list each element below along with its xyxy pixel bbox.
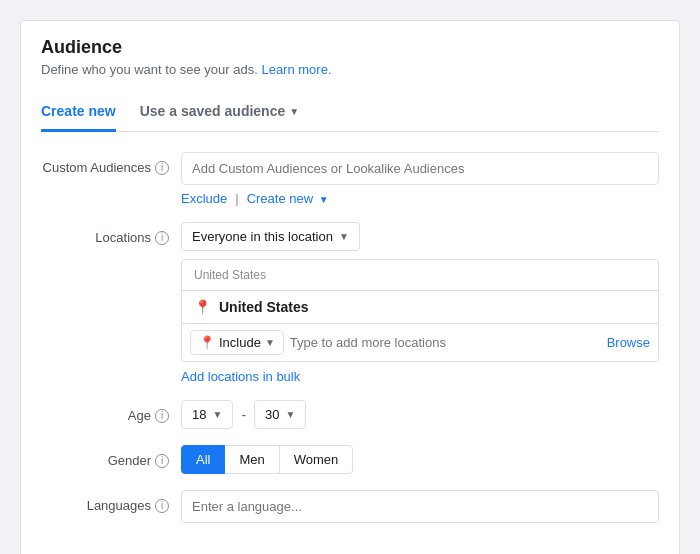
pin-small-icon: 📍 (199, 335, 215, 350)
divider: | (235, 191, 238, 206)
chevron-down-icon: ▼ (289, 106, 299, 117)
chevron-down-icon-small: ▼ (319, 194, 329, 205)
locations-row: Locations i Everyone in this location ▼ … (41, 222, 659, 384)
gender-buttons: All Men Women (181, 445, 659, 474)
include-chevron-icon: ▼ (265, 337, 275, 348)
location-header: United States (182, 260, 658, 291)
custom-audiences-row: Custom Audiences i Exclude | Create new … (41, 152, 659, 206)
location-dropdown-chevron: ▼ (339, 231, 349, 242)
locations-label: Locations i (41, 222, 181, 245)
add-bulk-link[interactable]: Add locations in bulk (181, 369, 300, 384)
locations-info-icon[interactable]: i (155, 231, 169, 245)
languages-input[interactable] (181, 490, 659, 523)
panel-header: Audience Define who you want to see your… (41, 37, 659, 77)
age-from-chevron: ▼ (212, 409, 222, 420)
browse-button[interactable]: Browse (607, 335, 650, 350)
location-box: United States 📍 United States 📍 Include … (181, 259, 659, 362)
languages-info-icon[interactable]: i (155, 499, 169, 513)
age-label: Age i (41, 400, 181, 423)
languages-row: Languages i (41, 490, 659, 523)
tab-saved-audience[interactable]: Use a saved audience ▼ (140, 93, 299, 132)
gender-men-button[interactable]: Men (224, 445, 279, 474)
pin-icon: 📍 (194, 299, 211, 315)
location-footer: 📍 Include ▼ Browse (182, 323, 658, 361)
location-search-input[interactable] (290, 335, 601, 350)
age-from-dropdown[interactable]: 18 ▼ (181, 400, 233, 429)
learn-more-link[interactable]: Learn more. (261, 62, 331, 77)
gender-control: All Men Women (181, 445, 659, 474)
custom-audiences-input[interactable] (181, 152, 659, 185)
exclude-row: Exclude | Create new ▼ (181, 191, 659, 206)
tab-create-new[interactable]: Create new (41, 93, 116, 132)
custom-audiences-control: Exclude | Create new ▼ (181, 152, 659, 206)
audience-panel: Audience Define who you want to see your… (20, 20, 680, 554)
age-to-chevron: ▼ (286, 409, 296, 420)
age-row: Age i 18 ▼ - 30 ▼ (41, 400, 659, 429)
gender-row: Gender i All Men Women (41, 445, 659, 474)
languages-label: Languages i (41, 490, 181, 513)
age-selectors: 18 ▼ - 30 ▼ (181, 400, 659, 429)
custom-audiences-label: Custom Audiences i (41, 152, 181, 175)
create-new-link[interactable]: Create new ▼ (247, 191, 329, 206)
age-dash: - (241, 407, 246, 423)
age-control: 18 ▼ - 30 ▼ (181, 400, 659, 429)
location-item: 📍 United States (182, 291, 658, 323)
add-bulk-container: Add locations in bulk (181, 368, 659, 384)
locations-control: Everyone in this location ▼ United State… (181, 222, 659, 384)
location-type-dropdown[interactable]: Everyone in this location ▼ (181, 222, 360, 251)
gender-women-button[interactable]: Women (279, 445, 354, 474)
custom-audiences-info-icon[interactable]: i (155, 161, 169, 175)
page-subtitle: Define who you want to see your ads. Lea… (41, 62, 659, 77)
gender-label: Gender i (41, 445, 181, 468)
gender-info-icon[interactable]: i (155, 454, 169, 468)
languages-control (181, 490, 659, 523)
exclude-link[interactable]: Exclude (181, 191, 227, 206)
page-title: Audience (41, 37, 659, 58)
age-info-icon[interactable]: i (155, 409, 169, 423)
include-dropdown[interactable]: 📍 Include ▼ (190, 330, 284, 355)
tab-bar: Create new Use a saved audience ▼ (41, 93, 659, 132)
age-to-dropdown[interactable]: 30 ▼ (254, 400, 306, 429)
gender-all-button[interactable]: All (181, 445, 225, 474)
